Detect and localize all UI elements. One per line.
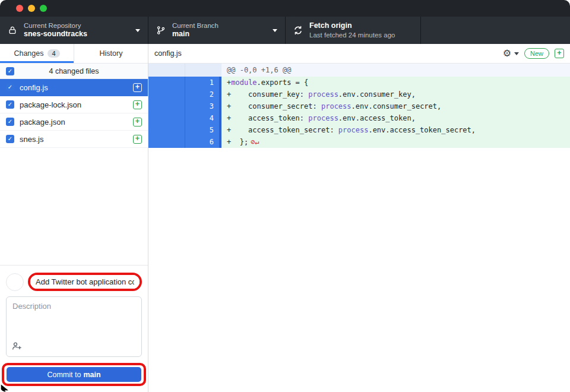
- commit-button-prefix: Commit to: [47, 371, 81, 379]
- close-window-button[interactable]: [16, 5, 23, 12]
- include-all-checkbox[interactable]: [6, 67, 14, 75]
- changed-files-count: 4 changed files: [49, 67, 99, 75]
- content: Changes 4 History 4 changed files config…: [0, 44, 570, 392]
- diff-hunk-header: @@ -0,0 +1,6 @@: [148, 64, 570, 77]
- diff-header: config.js ⚙ New: [148, 44, 570, 64]
- hunk-gutter[interactable]: [148, 64, 185, 77]
- diff-line-code: + access_token_secret: process.env.acces…: [221, 124, 570, 136]
- chevron-down-icon: [273, 29, 277, 32]
- sidebar-tabs: Changes 4 History: [0, 44, 148, 64]
- diff-options-button[interactable]: ⚙: [503, 49, 519, 58]
- hunk-header-text: @@ -0,0 +1,6 @@: [221, 64, 570, 77]
- new-line-number[interactable]: 1: [185, 77, 219, 88]
- tab-changes[interactable]: Changes 4: [0, 44, 74, 63]
- tab-history[interactable]: History: [74, 44, 148, 63]
- tab-history-label: History: [100, 49, 123, 58]
- chevron-down-icon: [135, 29, 140, 32]
- fetch-origin-button[interactable]: Fetch origin Last fetched 24 minutes ago: [286, 17, 421, 44]
- old-line-number[interactable]: [148, 112, 185, 124]
- toolbar: Current Repository snes-soundtracks Curr…: [0, 17, 570, 44]
- file-checkbox[interactable]: [6, 100, 14, 109]
- return-icon: ↵: [255, 138, 259, 146]
- old-line-number[interactable]: [148, 88, 185, 100]
- file-row-package-lock-json[interactable]: package-lock.json: [0, 96, 148, 113]
- commit-button[interactable]: Commit to main: [7, 367, 141, 382]
- repository-name: snes-soundtracks: [24, 30, 87, 39]
- sidebar: Changes 4 History 4 changed files config…: [0, 44, 148, 392]
- added-file-icon: [133, 100, 142, 109]
- annotation-highlight-summary: [28, 273, 142, 291]
- old-line-number[interactable]: [148, 100, 185, 112]
- annotation-highlight-commit-button: Commit to main: [2, 363, 146, 386]
- diff-line-5: 5 + access_token_secret: process.env.acc…: [148, 124, 570, 136]
- diff-line-code: + access_token: process.env.access_token…: [221, 112, 570, 124]
- sidebar-empty-space: [0, 148, 148, 265]
- tab-changes-label: Changes: [14, 49, 43, 58]
- gear-icon: ⚙: [503, 49, 511, 58]
- file-row-snes-js[interactable]: snes.js: [0, 131, 148, 148]
- diff-line-3: 3 + consumer_secret: process.env.consume…: [148, 100, 570, 112]
- changed-files-header: 4 changed files: [0, 64, 148, 79]
- add-coauthor-button[interactable]: [12, 342, 22, 352]
- commit-description-input[interactable]: [7, 297, 141, 339]
- diff-line-code: + consumer_key: process.env.consumer_key…: [221, 88, 570, 100]
- commit-form: Commit to main: [0, 265, 148, 392]
- fetch-title: Fetch origin: [309, 21, 395, 31]
- file-name: package-lock.json: [20, 100, 81, 109]
- avatar: [6, 273, 24, 291]
- old-line-number[interactable]: [148, 136, 185, 148]
- old-line-number[interactable]: [148, 77, 185, 88]
- file-name: package.json: [20, 118, 65, 127]
- file-checkbox[interactable]: [6, 118, 14, 126]
- added-file-icon: [555, 49, 564, 58]
- file-row-package-json[interactable]: package.json: [0, 113, 148, 131]
- diff-file-title: config.js: [154, 49, 182, 58]
- added-file-icon: [133, 83, 142, 92]
- diff-line-code: +module.exports = {: [221, 77, 570, 88]
- file-checkbox[interactable]: [6, 135, 14, 143]
- zoom-window-button[interactable]: [40, 5, 47, 12]
- new-line-number[interactable]: 4: [185, 112, 219, 124]
- repository-label: Current Repository: [24, 21, 87, 30]
- diff-line-2: 2 + consumer_key: process.env.consumer_k…: [148, 88, 570, 100]
- file-row-config-js[interactable]: config.js: [0, 79, 148, 96]
- added-file-icon: [133, 118, 142, 127]
- new-line-number[interactable]: 6: [185, 136, 219, 148]
- new-line-number[interactable]: 2: [185, 88, 219, 100]
- file-checkbox[interactable]: [6, 83, 14, 91]
- changes-count-badge: 4: [48, 49, 59, 58]
- repository-picker[interactable]: Current Repository snes-soundtracks: [0, 17, 148, 44]
- diff-line-code: + };⊘↵: [221, 136, 570, 148]
- diff-line-4: 4 + access_token: process.env.access_tok…: [148, 112, 570, 124]
- branch-picker[interactable]: Current Branch main: [148, 17, 286, 44]
- commit-button-branch: main: [83, 371, 100, 379]
- github-desktop-window: Current Repository snes-soundtracks Curr…: [0, 0, 570, 392]
- file-name: config.js: [20, 83, 48, 92]
- person-add-icon: [12, 342, 22, 352]
- lock-icon: [8, 26, 17, 35]
- diff-line-1: 1 +module.exports = {: [148, 77, 570, 88]
- titlebar: [0, 0, 570, 17]
- main-panel: config.js ⚙ New @@ -0,0 +1,6 @@: [148, 44, 570, 392]
- chevron-down-icon: [514, 52, 519, 55]
- diff-line-6: 6 + };⊘↵: [148, 136, 570, 148]
- new-line-number[interactable]: 5: [185, 124, 219, 136]
- fetch-subtitle: Last fetched 24 minutes ago: [309, 31, 395, 39]
- git-branch-icon: [156, 26, 166, 35]
- new-file-badge[interactable]: New: [524, 48, 549, 59]
- commit-summary-input[interactable]: [30, 275, 140, 289]
- hunk-gutter[interactable]: [185, 64, 219, 77]
- old-line-number[interactable]: [148, 124, 185, 136]
- minimize-window-button[interactable]: [28, 5, 35, 12]
- added-file-icon: [133, 135, 142, 144]
- file-name: snes.js: [20, 135, 43, 144]
- commit-summary-row: [6, 273, 142, 291]
- diff-empty-area: [148, 148, 570, 392]
- new-line-number[interactable]: 3: [185, 100, 219, 112]
- diff-header-actions: ⚙ New: [503, 48, 564, 59]
- sync-icon: [293, 26, 303, 35]
- diff-line-code: + consumer_secret: process.env.consumer_…: [221, 100, 570, 112]
- commit-description-box: [6, 296, 142, 357]
- branch-label: Current Branch: [172, 21, 218, 30]
- branch-name: main: [172, 30, 218, 39]
